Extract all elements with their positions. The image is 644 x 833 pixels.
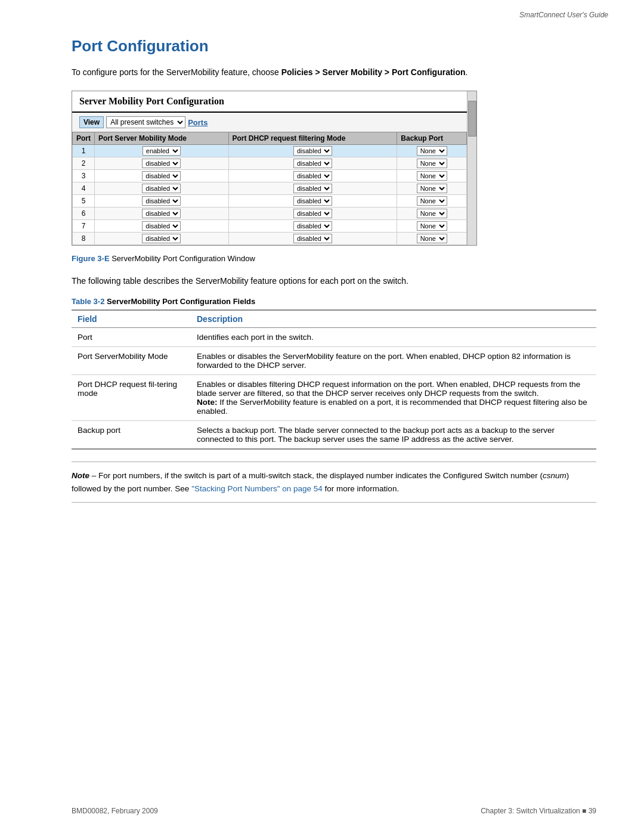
page-header: SmartConnect User's Guide (0, 0, 644, 19)
dhcp-cell[interactable]: disabled (228, 145, 397, 157)
page-title: Port Configuration (72, 37, 596, 55)
backup-cell[interactable]: None (397, 195, 467, 208)
dhcp-cell[interactable]: disabled (228, 208, 397, 220)
backup-cell[interactable]: None (397, 220, 467, 233)
table-label: Table 3-2 (72, 297, 104, 306)
backup-select[interactable]: None (417, 171, 447, 181)
mode-cell[interactable]: disabled (95, 182, 229, 195)
header-title: SmartConnect User's Guide (519, 11, 608, 19)
mode-cell[interactable]: disabled (95, 170, 229, 182)
table-row: Port Identifies each port in the switch. (72, 328, 596, 347)
figure-text: ServerMobility Port Configuration Window (110, 254, 255, 263)
note-label: Note (72, 471, 89, 480)
mode-select[interactable]: disabled (142, 196, 181, 206)
para-text: The following table describes the Server… (72, 275, 596, 287)
scrollbar[interactable] (467, 91, 476, 245)
mode-select[interactable]: disabled (142, 171, 181, 181)
dhcp-cell[interactable]: disabled (228, 195, 397, 208)
mode-cell[interactable]: disabled (95, 157, 229, 170)
mode-select[interactable]: enabled (143, 146, 181, 156)
dhcp-note-label: Note: (197, 398, 218, 407)
widget-table: Port Port Server Mobility Mode Port DHCP… (72, 132, 467, 245)
table-row: 1enableddisabledNone (73, 145, 467, 157)
mode-cell[interactable]: enabled (95, 145, 229, 157)
port-number: 7 (73, 220, 95, 233)
table-row: 6disableddisabledNone (73, 208, 467, 220)
mode-cell[interactable]: disabled (95, 233, 229, 245)
mode-select[interactable]: disabled (142, 159, 181, 168)
table-row: 3disableddisabledNone (73, 170, 467, 182)
backup-select[interactable]: None (417, 159, 447, 168)
port-number: 5 (73, 195, 95, 208)
switches-select[interactable]: All present switches (106, 116, 185, 128)
th-description: Description (191, 310, 596, 328)
footer-right: Chapter 3: Switch Virtualization ■ 39 (481, 807, 596, 815)
mode-select[interactable]: disabled (142, 209, 181, 218)
note-box: Note – For port numbers, if the switch i… (72, 462, 596, 503)
field-backup-port: Backup port (72, 421, 191, 450)
dhcp-select[interactable]: disabled (293, 184, 332, 193)
backup-select[interactable]: None (417, 209, 447, 218)
field-port: Port (72, 328, 191, 347)
main-content: Port Configuration To configure ports fo… (0, 19, 644, 544)
widget-screenshot: Server Mobility Port Configuration View … (72, 91, 477, 246)
table-row: 8disableddisabledNone (73, 233, 467, 245)
widget-title: Server Mobility Port Configuration (79, 96, 224, 106)
mode-select[interactable]: disabled (142, 221, 181, 231)
backup-select[interactable]: None (417, 184, 447, 193)
dhcp-select[interactable]: disabled (293, 159, 332, 168)
table-row: 4disableddisabledNone (73, 182, 467, 195)
mode-select[interactable]: disabled (142, 234, 181, 243)
widget-toolbar[interactable]: View All present switches Ports (72, 113, 467, 132)
backup-cell[interactable]: None (397, 182, 467, 195)
intro-paragraph: To configure ports for the ServerMobilit… (72, 66, 596, 79)
dhcp-cell[interactable]: disabled (228, 170, 397, 182)
dhcp-cell[interactable]: disabled (228, 157, 397, 170)
ports-link[interactable]: Ports (188, 118, 208, 127)
th-port: Port (73, 132, 95, 145)
dhcp-select[interactable]: disabled (293, 221, 332, 231)
view-button[interactable]: View (79, 116, 104, 128)
th-mode: Port Server Mobility Mode (95, 132, 229, 145)
backup-cell[interactable]: None (397, 157, 467, 170)
intro-suffix: . (466, 67, 468, 77)
mode-cell[interactable]: disabled (95, 195, 229, 208)
note-suffix: for more information. (323, 484, 399, 493)
dhcp-cell[interactable]: disabled (228, 182, 397, 195)
mode-select[interactable]: disabled (142, 184, 181, 193)
table-row: Backup port Selects a backup port. The b… (72, 421, 596, 450)
table-caption: Table 3-2 ServerMobility Port Configurat… (72, 297, 596, 306)
th-dhcp: Port DHCP request filtering Mode (228, 132, 397, 145)
footer-left: BMD00082, February 2009 (72, 807, 158, 815)
th-backup: Backup Port (397, 132, 467, 145)
backup-cell[interactable]: None (397, 208, 467, 220)
backup-select[interactable]: None (417, 196, 447, 206)
backup-cell[interactable]: None (397, 233, 467, 245)
intro-nav: Policies > Server Mobility > Port Config… (281, 67, 466, 77)
dhcp-select[interactable]: disabled (293, 209, 332, 218)
desc-port: Identifies each port in the switch. (191, 328, 596, 347)
note-csnum: csnum (543, 471, 566, 480)
dhcp-note-text: If the ServerMobility feature is enabled… (197, 398, 587, 416)
port-number: 4 (73, 182, 95, 195)
dhcp-select[interactable]: disabled (293, 146, 332, 156)
dhcp-select[interactable]: disabled (293, 171, 332, 181)
backup-select[interactable]: None (417, 146, 447, 156)
dhcp-select[interactable]: disabled (293, 234, 332, 243)
figure-label: Figure 3-E (72, 254, 110, 263)
backup-select[interactable]: None (417, 234, 447, 243)
scrollbar-thumb[interactable] (468, 101, 476, 137)
dhcp-select[interactable]: disabled (293, 196, 332, 206)
table-row: Port ServerMobility Mode Enables or disa… (72, 347, 596, 375)
backup-select[interactable]: None (417, 221, 447, 231)
backup-cell[interactable]: None (397, 145, 467, 157)
dhcp-cell[interactable]: disabled (228, 233, 397, 245)
mode-cell[interactable]: disabled (95, 220, 229, 233)
backup-cell[interactable]: None (397, 170, 467, 182)
note-dash: – (89, 471, 98, 480)
table-header-row: Port Port Server Mobility Mode Port DHCP… (73, 132, 467, 145)
note-link[interactable]: "Stacking Port Numbers" on page 54 (191, 484, 323, 493)
dhcp-cell[interactable]: disabled (228, 220, 397, 233)
mode-cell[interactable]: disabled (95, 208, 229, 220)
field-server-mobility-mode: Port ServerMobility Mode (72, 347, 191, 375)
